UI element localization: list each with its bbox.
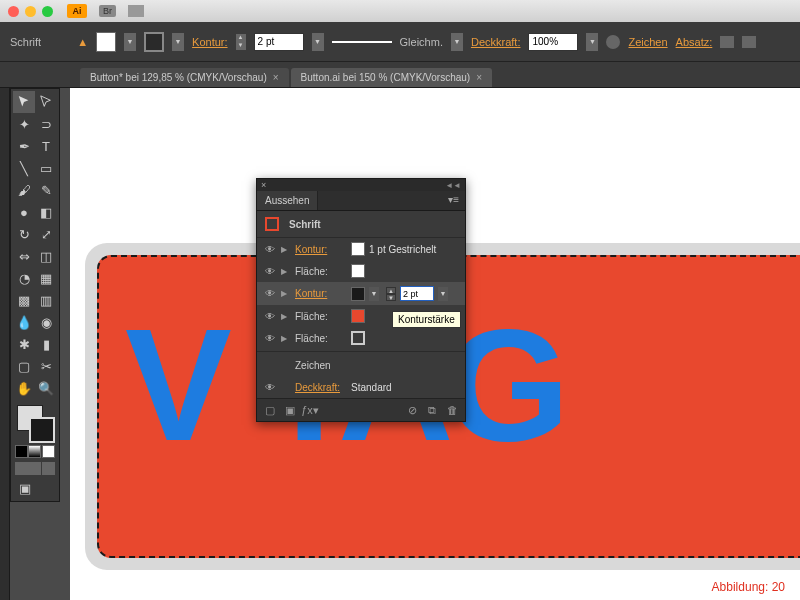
row-label[interactable]: Kontur: bbox=[295, 244, 347, 255]
left-dock[interactable] bbox=[0, 88, 10, 600]
bridge-button[interactable]: Br bbox=[99, 5, 116, 17]
add-effect-icon[interactable]: ƒx▾ bbox=[303, 403, 317, 417]
gradient-tool[interactable]: ▥ bbox=[35, 289, 57, 311]
row-swatch[interactable] bbox=[351, 264, 365, 278]
paragraph-panel-link[interactable]: Absatz: bbox=[676, 36, 713, 48]
swatch-dropdown[interactable]: ▼ bbox=[369, 287, 379, 301]
row-swatch[interactable] bbox=[351, 331, 365, 345]
visibility-toggle[interactable]: 👁 bbox=[263, 382, 277, 393]
hand-tool[interactable]: ✋ bbox=[13, 377, 35, 399]
arrange-docs-button[interactable] bbox=[128, 5, 144, 17]
draw-behind[interactable] bbox=[28, 462, 41, 475]
expand-icon[interactable]: ▶ bbox=[281, 334, 291, 343]
pen-tool[interactable]: ✒ bbox=[13, 135, 35, 157]
eraser-tool[interactable]: ◧ bbox=[35, 201, 57, 223]
minimize-window-button[interactable] bbox=[25, 6, 36, 17]
close-tab-icon[interactable]: × bbox=[476, 72, 482, 83]
panel-menu-icon[interactable]: ▾≡ bbox=[442, 191, 465, 210]
delete-icon[interactable]: 🗑 bbox=[445, 403, 459, 417]
new-stroke-icon[interactable]: ▢ bbox=[263, 403, 277, 417]
appearance-row[interactable]: 👁▶Fläche: bbox=[257, 260, 465, 282]
blob-brush-tool[interactable]: ● bbox=[13, 201, 35, 223]
scale-tool[interactable]: ⤢ bbox=[35, 223, 57, 245]
blend-tool[interactable]: ◉ bbox=[35, 311, 57, 333]
line-tool[interactable]: ╲ bbox=[13, 157, 35, 179]
draw-inside[interactable] bbox=[42, 462, 55, 475]
shape-builder-tool[interactable]: ◔ bbox=[13, 267, 35, 289]
visibility-toggle[interactable]: 👁 bbox=[263, 266, 277, 277]
rectangle-tool[interactable]: ▭ bbox=[35, 157, 57, 179]
document-tab-2[interactable]: Button.ai bei 150 % (CMYK/Vorschau)× bbox=[291, 68, 492, 87]
screen-mode[interactable]: ▣ bbox=[13, 477, 36, 499]
perspective-tool[interactable]: ▦ bbox=[35, 267, 57, 289]
new-fill-icon[interactable]: ▣ bbox=[283, 403, 297, 417]
magic-wand-tool[interactable]: ✦ bbox=[13, 113, 35, 135]
collapse-panel-icon[interactable]: ◄◄ bbox=[445, 181, 461, 190]
expand-icon[interactable]: ▶ bbox=[281, 312, 291, 321]
fill-warning-icon[interactable]: ▲ bbox=[77, 36, 88, 48]
stroke-indicator[interactable] bbox=[29, 417, 55, 443]
pencil-tool[interactable]: ✎ bbox=[35, 179, 57, 201]
opacity-input[interactable] bbox=[528, 33, 578, 51]
opacity-panel-link[interactable]: Deckkraft: bbox=[471, 36, 521, 48]
gradient-mode[interactable] bbox=[28, 445, 41, 458]
row-swatch[interactable] bbox=[351, 287, 365, 301]
recolor-icon[interactable] bbox=[606, 35, 620, 49]
expand-icon[interactable]: ▶ bbox=[281, 245, 291, 254]
fill-swatch[interactable] bbox=[96, 32, 116, 52]
appearance-row[interactable]: 👁▶Kontur:▼▲▼▼ bbox=[257, 282, 465, 305]
none-mode[interactable] bbox=[42, 445, 55, 458]
direct-selection-tool[interactable] bbox=[35, 91, 57, 113]
eyedropper-tool[interactable]: 💧 bbox=[13, 311, 35, 333]
opacity-link[interactable]: Deckkraft: bbox=[295, 382, 347, 393]
artboard-tool[interactable]: ▢ bbox=[13, 355, 35, 377]
visibility-toggle[interactable]: 👁 bbox=[263, 244, 277, 255]
symbol-sprayer-tool[interactable]: ✱ bbox=[13, 333, 35, 355]
align-left-icon[interactable] bbox=[720, 36, 734, 48]
color-mode[interactable] bbox=[15, 445, 28, 458]
stroke-swatch[interactable] bbox=[144, 32, 164, 52]
opacity-dropdown[interactable]: ▼ bbox=[586, 33, 598, 51]
stroke-weight-dropdown[interactable]: ▼ bbox=[312, 33, 324, 51]
stroke-panel-link[interactable]: Kontur: bbox=[192, 36, 227, 48]
step-up[interactable]: ▲ bbox=[386, 287, 396, 294]
fill-stroke-control[interactable] bbox=[13, 403, 57, 443]
maximize-window-button[interactable] bbox=[42, 6, 53, 17]
close-window-button[interactable] bbox=[8, 6, 19, 17]
expand-icon[interactable]: ▶ bbox=[281, 267, 291, 276]
stroke-dropdown[interactable]: ▼ bbox=[172, 33, 184, 51]
character-panel-link[interactable]: Zeichen bbox=[628, 36, 667, 48]
type-tool[interactable]: T bbox=[35, 135, 57, 157]
stroke-weight-input[interactable] bbox=[254, 33, 304, 51]
zoom-tool[interactable]: 🔍 bbox=[35, 377, 57, 399]
appearance-row[interactable]: 👁▶Kontur:1 pt Gestrichelt bbox=[257, 238, 465, 260]
weight-dropdown[interactable]: ▼ bbox=[438, 287, 448, 301]
visibility-toggle[interactable]: 👁 bbox=[263, 311, 277, 322]
row-swatch[interactable] bbox=[351, 309, 365, 323]
document-tab-1[interactable]: Button* bei 129,85 % (CMYK/Vorschau)× bbox=[80, 68, 289, 87]
appearance-row[interactable]: 👁▶Fläche: bbox=[257, 327, 465, 349]
expand-icon[interactable]: ▶ bbox=[281, 289, 291, 298]
appearance-tab[interactable]: Aussehen bbox=[257, 191, 318, 210]
selection-tool[interactable] bbox=[13, 91, 35, 113]
visibility-toggle[interactable]: 👁 bbox=[263, 288, 277, 299]
step-down[interactable]: ▼ bbox=[386, 294, 396, 301]
slice-tool[interactable]: ✂ bbox=[35, 355, 57, 377]
stroke-weight-field[interactable] bbox=[400, 286, 434, 301]
free-transform-tool[interactable]: ◫ bbox=[35, 245, 57, 267]
row-label[interactable]: Kontur: bbox=[295, 288, 347, 299]
align-center-icon[interactable] bbox=[742, 36, 756, 48]
close-panel-icon[interactable]: × bbox=[261, 180, 266, 190]
mesh-tool[interactable]: ▩ bbox=[13, 289, 35, 311]
visibility-toggle[interactable]: 👁 bbox=[263, 333, 277, 344]
paintbrush-tool[interactable]: 🖌 bbox=[13, 179, 35, 201]
clear-icon[interactable]: ⊘ bbox=[405, 403, 419, 417]
close-tab-icon[interactable]: × bbox=[273, 72, 279, 83]
row-swatch[interactable] bbox=[351, 242, 365, 256]
lasso-tool[interactable]: ⊃ bbox=[35, 113, 57, 135]
graph-tool[interactable]: ▮ bbox=[35, 333, 57, 355]
panel-header[interactable]: × ◄◄ bbox=[257, 179, 465, 191]
duplicate-icon[interactable]: ⧉ bbox=[425, 403, 439, 417]
rotate-tool[interactable]: ↻ bbox=[13, 223, 35, 245]
stroke-profile-dropdown[interactable]: ▼ bbox=[451, 33, 463, 51]
